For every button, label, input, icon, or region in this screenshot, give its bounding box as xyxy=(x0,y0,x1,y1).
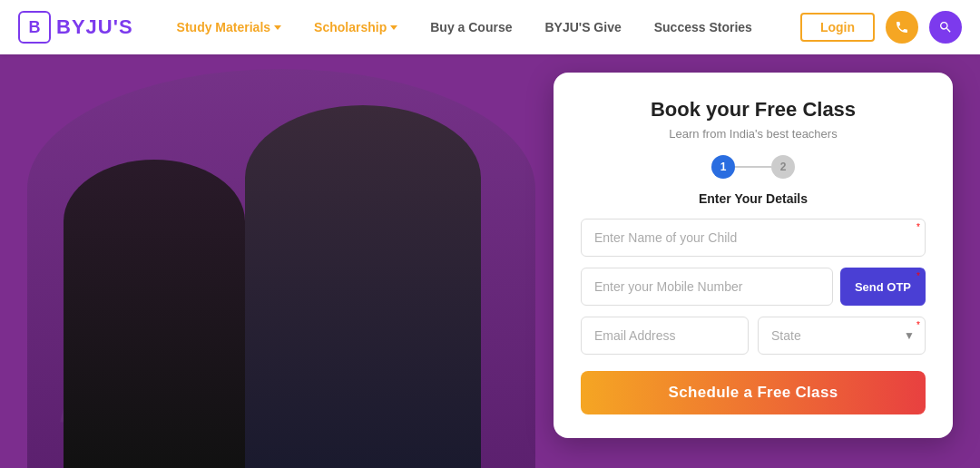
form-subtitle: Learn from India's best teachers xyxy=(581,127,926,141)
child-figure xyxy=(64,160,245,468)
mobile-input[interactable] xyxy=(581,268,833,306)
required-star: * xyxy=(916,222,920,232)
login-button[interactable]: Login xyxy=(800,13,875,42)
state-select-wrapper: State Andhra Pradesh Bihar Delhi Gujarat… xyxy=(758,317,926,355)
step-line xyxy=(735,166,771,168)
step-1-dot: 1 xyxy=(711,155,735,179)
search-icon[interactable] xyxy=(929,11,962,44)
nav-right: Login xyxy=(800,11,962,44)
phone-icon[interactable] xyxy=(886,11,918,44)
required-star-mobile: * xyxy=(916,271,920,281)
step-2-dot: 2 xyxy=(771,155,795,179)
person-silhouette xyxy=(27,69,535,468)
chevron-down-icon xyxy=(390,25,397,30)
step-indicator: 1 2 xyxy=(581,155,926,179)
nav-links: Study Materials Scholarship Buy a Course… xyxy=(161,20,800,34)
state-select[interactable]: State Andhra Pradesh Bihar Delhi Gujarat… xyxy=(758,317,926,355)
nav-item-byjus-give[interactable]: BYJU'S Give xyxy=(528,20,637,34)
email-input[interactable] xyxy=(581,317,749,355)
navbar: B BYJU'S Study Materials Scholarship Buy… xyxy=(0,0,980,54)
logo-letter: B xyxy=(29,18,41,37)
adult-figure xyxy=(245,105,481,468)
child-name-group: * xyxy=(581,219,926,257)
mobile-row: Send OTP xyxy=(581,268,926,306)
nav-item-scholarship[interactable]: Scholarship xyxy=(298,20,414,34)
booking-form-card: Book your Free Class Learn from India's … xyxy=(554,73,953,438)
email-state-row: State Andhra Pradesh Bihar Delhi Gujarat… xyxy=(581,317,926,366)
nav-item-buy-course[interactable]: Buy a Course xyxy=(414,20,528,34)
state-group: State Andhra Pradesh Bihar Delhi Gujarat… xyxy=(758,317,926,355)
logo-box: B xyxy=(18,11,51,44)
send-otp-button[interactable]: Send OTP xyxy=(840,268,926,306)
email-group xyxy=(581,317,749,355)
schedule-free-class-button[interactable]: Schedule a Free Class xyxy=(581,371,926,414)
form-title: Book your Free Class xyxy=(581,98,926,122)
chevron-down-icon xyxy=(274,25,281,30)
nav-item-study-materials[interactable]: Study Materials xyxy=(161,20,298,34)
mobile-group: Send OTP * xyxy=(581,268,926,306)
logo[interactable]: B BYJU'S xyxy=(18,11,133,44)
hero-person-image xyxy=(0,51,563,468)
logo-text: BYJU'S xyxy=(56,15,133,39)
nav-item-success-stories[interactable]: Success Stories xyxy=(638,20,769,34)
required-star-state: * xyxy=(916,320,920,330)
step-label: Enter Your Details xyxy=(581,191,926,206)
child-name-input[interactable] xyxy=(581,219,926,257)
